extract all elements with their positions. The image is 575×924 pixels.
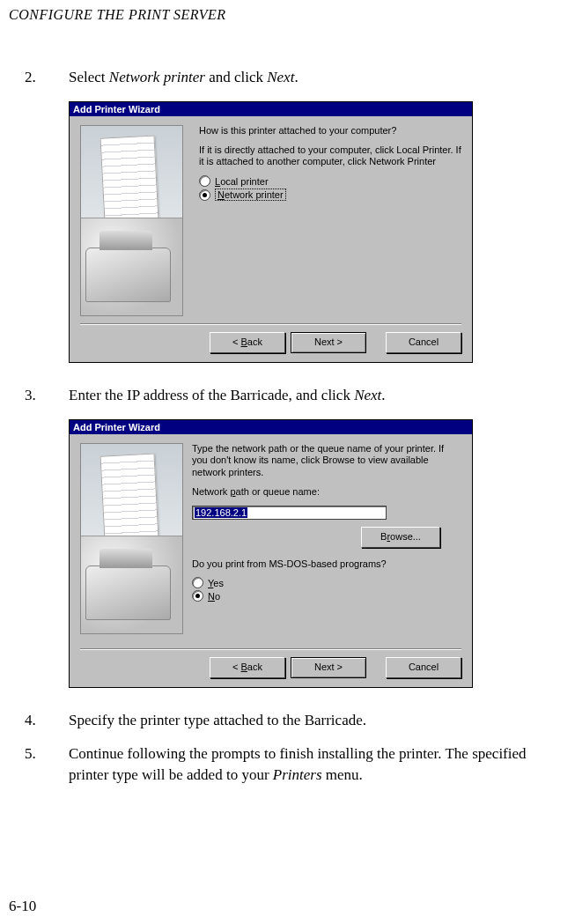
printer-illustration <box>85 248 171 302</box>
step-number: 5. <box>9 743 69 786</box>
radio-label: No <box>208 591 220 602</box>
page-header: CONFIGURE THE PRINT SERVER <box>0 0 575 23</box>
step-2: 2. Select Network printer and click Next… <box>9 67 566 88</box>
next-button[interactable]: Next > <box>291 332 366 353</box>
printer-illustration <box>85 565 171 620</box>
wizard-sidebar-image <box>80 443 183 634</box>
wizard-info: If it is directly attached to your compu… <box>199 144 461 169</box>
titlebar: Add Printer Wizard <box>70 102 472 116</box>
text: menu. <box>322 766 363 783</box>
step-number: 3. <box>9 385 69 406</box>
radio-icon <box>199 189 210 201</box>
step-5: 5. Continue following the prompts to fin… <box>9 743 566 786</box>
step-4: 4. Specify the printer type attached to … <box>9 710 566 731</box>
radio-label: Yes <box>208 578 224 588</box>
radio-yes[interactable]: Yes <box>192 577 461 588</box>
step-3: 3. Enter the IP address of the Barricade… <box>9 385 566 406</box>
wizard-question: How is this printer attached to your com… <box>199 125 461 137</box>
back-button[interactable]: < Back <box>210 332 285 353</box>
radio-icon <box>192 590 203 602</box>
path-label: Network path or queue name: <box>192 486 461 499</box>
step-text: Continue following the prompts to finish… <box>69 743 566 786</box>
cancel-button[interactable]: Cancel <box>386 657 461 678</box>
radio-no[interactable]: No <box>192 590 461 602</box>
text: . <box>294 69 298 85</box>
title-text: Add Printer Wizard <box>73 422 160 432</box>
radio-icon <box>199 175 210 187</box>
text: . <box>381 387 385 403</box>
wizard-sidebar-image <box>80 125 183 316</box>
emphasis: Printers <box>273 766 322 783</box>
step-text: Specify the printer type attached to the… <box>69 710 566 731</box>
cancel-button[interactable]: Cancel <box>386 332 461 353</box>
text: Enter the IP address of the Barricade, a… <box>69 387 354 403</box>
step-number: 4. <box>9 710 69 731</box>
wizard-info: Type the network path or the queue name … <box>192 443 461 479</box>
next-button[interactable]: Next > <box>291 657 366 678</box>
text: Select <box>69 69 109 85</box>
step-number: 2. <box>9 67 69 88</box>
titlebar: Add Printer Wizard <box>70 420 472 434</box>
radio-label: Local printer <box>215 176 269 187</box>
page-content: 2. Select Network printer and click Next… <box>0 23 575 786</box>
radio-network-printer[interactable]: Network printer <box>199 188 461 201</box>
wizard-dialog-1: Add Printer Wizard How is this printer a… <box>69 101 473 363</box>
text: and click <box>205 69 267 85</box>
radio-label: Network printer <box>215 188 286 201</box>
step-text: Select Network printer and click Next. <box>69 67 566 88</box>
page-number: 6-10 <box>9 898 36 915</box>
step-text: Enter the IP address of the Barricade, a… <box>69 385 566 406</box>
dos-question: Do you print from MS-DOS-based programs? <box>192 558 461 571</box>
network-path-input[interactable]: 192.168.2.1 <box>192 506 387 520</box>
emphasis: Next <box>267 69 294 85</box>
title-text: Add Printer Wizard <box>73 104 160 115</box>
radio-icon <box>192 577 203 588</box>
browse-button[interactable]: Browse... <box>361 527 440 548</box>
radio-local-printer[interactable]: Local printer <box>199 175 461 187</box>
emphasis: Network printer <box>109 69 205 85</box>
back-button[interactable]: < Back <box>210 657 285 678</box>
input-value: 192.168.2.1 <box>195 507 247 518</box>
emphasis: Next <box>354 387 381 403</box>
wizard-dialog-2: Add Printer Wizard Type the network path… <box>69 419 473 688</box>
